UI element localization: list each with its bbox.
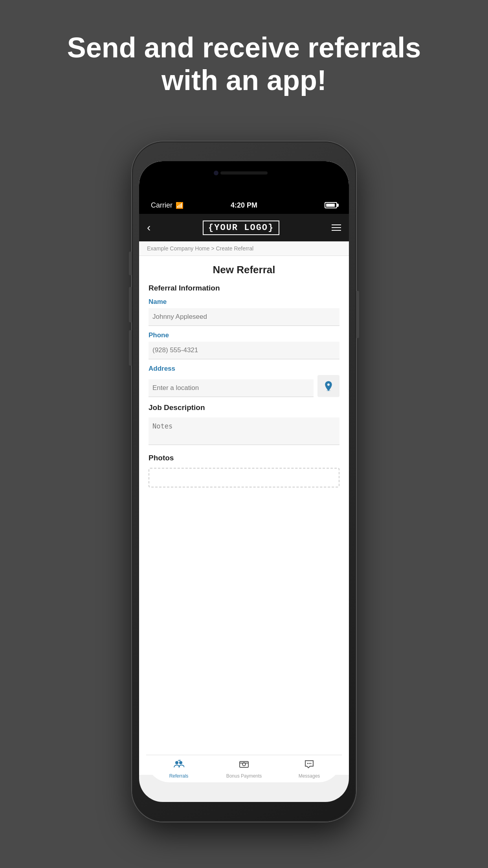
battery-fill	[326, 204, 335, 207]
referrals-icon-svg	[173, 759, 184, 770]
address-input[interactable]	[149, 379, 314, 397]
hamburger-line-2	[332, 227, 341, 228]
wifi-icon: 📶	[176, 202, 183, 209]
page-headline: Send and receive referrals with an app!	[0, 0, 488, 97]
tab-bar: Referrals Bonus Payments	[146, 755, 342, 782]
tab-bonus-label: Bonus Payments	[226, 773, 262, 779]
logo: {YOUR LOGO}	[203, 221, 279, 235]
volume-up-button	[129, 252, 132, 275]
headline-line1: Send and receive referrals	[67, 32, 421, 63]
phone-screen: Carrier 📶 4:20 PM ‹ {YOUR LOGO}	[139, 161, 349, 802]
phone-mockup: Carrier 📶 4:20 PM ‹ {YOUR LOGO}	[132, 142, 356, 822]
job-description-section: Job Description	[149, 403, 339, 447]
svg-point-2	[179, 761, 182, 764]
name-input[interactable]	[149, 308, 339, 326]
address-input-wrap	[149, 379, 314, 397]
tab-messages-label: Messages	[299, 773, 320, 779]
photos-section-title: Photos	[149, 454, 339, 462]
notes-input[interactable]	[149, 417, 339, 445]
svg-point-1	[175, 761, 178, 764]
referrals-icon	[173, 759, 184, 772]
svg-point-9	[310, 763, 312, 764]
silent-button	[129, 330, 132, 366]
messages-icon-svg	[304, 759, 315, 770]
bonus-icon-svg	[238, 759, 250, 770]
name-field-label: Name	[149, 298, 339, 306]
phone-input[interactable]	[149, 342, 339, 359]
svg-point-0	[327, 390, 330, 391]
carrier-label: Carrier	[151, 201, 172, 210]
breadcrumb: Example Company Home > Create Referral	[139, 241, 349, 256]
app-content: New Referral Referral Information Name P…	[139, 256, 349, 775]
page-title: New Referral	[149, 264, 339, 276]
menu-button[interactable]	[332, 224, 341, 231]
tab-referrals-label: Referrals	[169, 773, 189, 779]
tab-referrals[interactable]: Referrals	[146, 759, 211, 779]
tab-bonus-payments[interactable]: Bonus Payments	[211, 759, 277, 779]
svg-point-7	[307, 763, 308, 764]
status-bar: Carrier 📶 4:20 PM	[139, 197, 349, 214]
address-row	[149, 375, 339, 397]
volume-down-button	[129, 287, 132, 322]
battery-icon	[325, 202, 337, 208]
messages-icon	[304, 759, 315, 772]
status-left: Carrier 📶	[151, 201, 183, 210]
svg-point-8	[309, 763, 310, 764]
svg-point-3	[180, 760, 181, 761]
job-desc-section-title: Job Description	[149, 403, 339, 412]
photos-placeholder[interactable]	[149, 468, 339, 487]
phone-field-label: Phone	[149, 331, 339, 339]
back-button[interactable]: ‹	[147, 221, 150, 234]
bonus-icon	[238, 759, 250, 772]
phone-top-bar	[139, 161, 349, 197]
notch-speaker	[220, 171, 268, 175]
headline-line2: with an app!	[161, 64, 327, 96]
phone-shell: Carrier 📶 4:20 PM ‹ {YOUR LOGO}	[132, 142, 356, 822]
power-button	[356, 291, 359, 338]
map-pin-icon	[323, 380, 334, 392]
tab-messages[interactable]: Messages	[277, 759, 342, 779]
referral-info-section-title: Referral Information	[149, 284, 339, 292]
app-header: ‹ {YOUR LOGO}	[139, 214, 349, 241]
address-field-label: Address	[149, 365, 339, 373]
photos-section: Photos	[149, 454, 339, 487]
hamburger-line-3	[332, 230, 341, 231]
status-time: 4:20 PM	[231, 201, 257, 210]
hamburger-line-1	[332, 224, 341, 225]
notch-camera	[214, 171, 218, 175]
location-pick-button[interactable]	[317, 375, 339, 397]
